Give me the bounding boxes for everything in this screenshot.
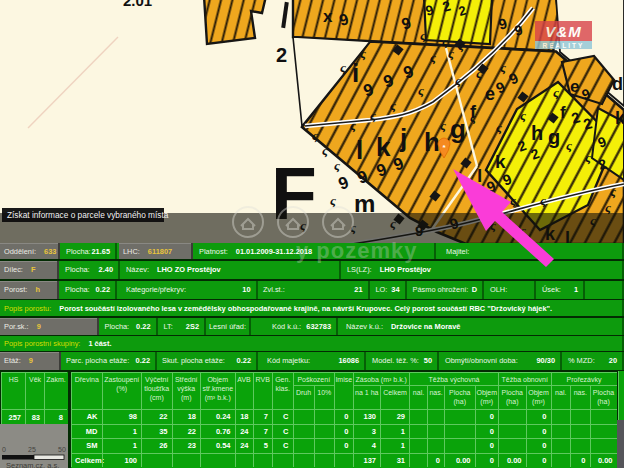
table-value bbox=[409, 438, 427, 453]
info-row: Popis porostní skupiny:1 část. bbox=[0, 336, 624, 351]
col-header-zastoupeni: Zastoupení(%) bbox=[102, 372, 142, 409]
info-value: 90/30 bbox=[537, 356, 561, 365]
parcel-label: m bbox=[354, 190, 375, 217]
shrub-symbol: ς bbox=[510, 193, 516, 208]
col-header-drevina: Dřevina bbox=[71, 372, 102, 409]
table-value: 0 bbox=[475, 424, 499, 439]
table-value bbox=[551, 453, 571, 468]
col-header-avb: AVB bbox=[235, 372, 253, 409]
info-label: Obmýtí/obnovní doba: bbox=[441, 356, 518, 365]
table-value bbox=[409, 424, 427, 439]
summary-value: 257 bbox=[1, 409, 25, 424]
forest-map-app: ςςςςςςςςςςςςςςςςςςςςςςςςςςςςςςςςςςςς 2.0… bbox=[0, 0, 624, 468]
table-value: 26 bbox=[141, 438, 172, 453]
table-value bbox=[409, 453, 427, 468]
parcel-label: k bbox=[615, 108, 624, 128]
parcel-label: h bbox=[424, 127, 440, 157]
info-label: Zvl.st.: bbox=[259, 285, 285, 294]
info-label: Název: bbox=[122, 265, 149, 274]
group-header-zasoba: Zásoba (m³ b.k.) bbox=[353, 372, 410, 385]
parcel-label: e bbox=[485, 84, 495, 104]
shrub-symbol: ς bbox=[610, 184, 616, 199]
parcel-label: x bbox=[323, 7, 333, 26]
info-label: Kód majetku: bbox=[260, 356, 310, 365]
table-value: 137 bbox=[353, 453, 381, 468]
info-label: Kód k.ú.: bbox=[252, 322, 301, 331]
info-label: Parc. plocha etáže: bbox=[63, 356, 129, 365]
info-cell: LS(LZ):LHO Prostějov bbox=[343, 261, 624, 279]
shrub-symbol: ς bbox=[334, 158, 340, 173]
table-value bbox=[293, 453, 314, 468]
table-value: 0 bbox=[427, 453, 444, 468]
table-value bbox=[498, 409, 526, 424]
info-value: LHO ZO Prostějov bbox=[149, 265, 221, 274]
parcel-label: g bbox=[450, 114, 466, 144]
shrub-symbol: ς bbox=[540, 193, 546, 208]
shrub-symbol: ς bbox=[340, 60, 346, 75]
app-background-corner bbox=[617, 420, 624, 468]
info-value: 0.22 bbox=[136, 322, 155, 331]
info-cell: Plocha:21.65 bbox=[62, 243, 117, 259]
group-header-tezba_obnovni: Těžba obnovní bbox=[498, 372, 551, 385]
scale-bar-dark bbox=[2, 455, 34, 460]
brand-logo-top: V&M bbox=[535, 21, 592, 41]
table-value: 0.00 bbox=[444, 453, 475, 468]
scale-ticks: 0 25 50 bbox=[2, 446, 66, 453]
info-cell: LHC:611807 bbox=[119, 243, 193, 259]
table-value bbox=[570, 409, 590, 424]
info-value: Porost součástí izolovaného lesa v zeměd… bbox=[51, 304, 552, 313]
table-value: 35 bbox=[141, 424, 172, 439]
table-value: 24 bbox=[235, 438, 253, 453]
shrub-symbol: ς bbox=[370, 108, 376, 123]
subcol-header-objem_m3: Objem(m³) bbox=[526, 385, 551, 409]
table-value: SM bbox=[71, 438, 102, 453]
info-label: Por.sk.: bbox=[0, 322, 29, 331]
col-header-gen_klas: Gen.klas. bbox=[272, 372, 293, 409]
table-value bbox=[314, 409, 335, 424]
parcel-label: l bbox=[477, 165, 482, 186]
info-value: D bbox=[472, 285, 482, 294]
info-cell: Kód majetku:16086 bbox=[260, 352, 366, 370]
info-cell: Porost:h bbox=[0, 281, 59, 299]
shrub-symbol: ς bbox=[458, 38, 464, 53]
info-cell: Zvl.st.:21 bbox=[259, 281, 370, 299]
table-value bbox=[444, 438, 475, 453]
subcol-header-deset_pct: 10% bbox=[314, 385, 335, 409]
shrub-symbol: ς bbox=[455, 73, 461, 88]
clipped-table-column bbox=[618, 371, 624, 420]
table-value bbox=[293, 409, 314, 424]
map-canvas[interactable]: ςςςςςςςςςςςςςςςςςςςςςςςςςςςςςςςςςςςς 2.0… bbox=[0, 0, 624, 244]
shrub-symbol: ς bbox=[430, 50, 436, 65]
parcel-label: g bbox=[548, 126, 560, 148]
table-value bbox=[551, 438, 571, 453]
parcel-label: f bbox=[560, 103, 566, 122]
info-cell: Etáž:9 bbox=[0, 352, 61, 370]
table-value: 31 bbox=[380, 453, 409, 468]
parcel-label: j bbox=[399, 123, 407, 153]
shrub-symbol: ς bbox=[312, 128, 318, 143]
info-row: Dílec:FPlocha:2.40Název:LHO ZO Prostějov… bbox=[0, 261, 624, 279]
info-cell: Parc. plocha etáže:0.22 bbox=[63, 352, 157, 370]
group-header-poskozeni: Poškození bbox=[293, 372, 335, 385]
table-value bbox=[314, 453, 335, 468]
subcol-header-plocha_ha: Plocha(ha) bbox=[444, 385, 475, 409]
shrub-symbol: ς bbox=[605, 200, 611, 215]
parcel-label: d bbox=[612, 74, 623, 94]
table-value: 0 bbox=[334, 424, 353, 439]
brand-logo-vm: V&M bbox=[545, 23, 581, 40]
parcel-label: f bbox=[470, 102, 477, 122]
summary-header: Zakm. bbox=[44, 372, 67, 409]
table-value: 0.00 bbox=[498, 453, 526, 468]
info-value: 01.01.2009-31.12.2018 bbox=[228, 247, 312, 256]
table-value bbox=[235, 453, 253, 468]
info-label: Pásmo ohrožení: bbox=[409, 285, 469, 294]
shrub-symbol: ς bbox=[520, 108, 526, 123]
info-value: 0.22 bbox=[237, 356, 256, 365]
info-cell: Popis porostní skupiny:1 část. bbox=[0, 336, 624, 351]
table-value bbox=[293, 424, 314, 439]
parcel-label: 2 bbox=[276, 44, 287, 66]
info-label: Plocha: bbox=[62, 247, 91, 256]
info-label: LS(LZ): bbox=[343, 265, 372, 274]
info-cell: Název k.ú.:Držovice na Moravě bbox=[340, 318, 624, 335]
info-cell: Název:LHO ZO Prostějov bbox=[122, 261, 341, 279]
